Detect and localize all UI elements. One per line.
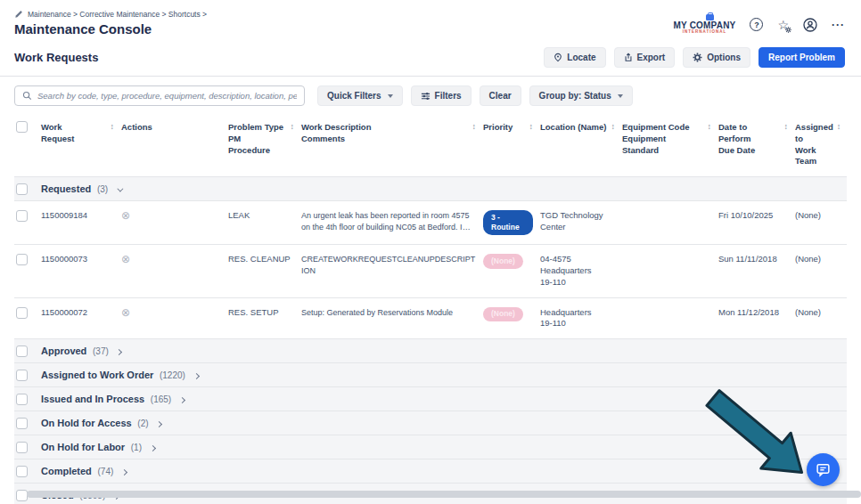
maintenance-console-page: Maintenance > Corrective Maintenance > S… — [0, 0, 861, 504]
group-label: On Hold for Access — [41, 418, 132, 428]
search-box — [14, 85, 305, 106]
group-label: Assigned to Work Order — [41, 370, 153, 380]
location-cell: Headquarters 19-110 — [540, 307, 615, 330]
cancel-circle-icon[interactable]: ⊗ — [121, 209, 130, 222]
location-cell: 04-4575 Headquarters 19-110 — [540, 254, 615, 288]
group-checkbox[interactable] — [16, 183, 28, 195]
group-checkbox[interactable] — [16, 466, 28, 477]
col-actions: Actions — [121, 122, 152, 134]
chevron-right-icon[interactable] — [116, 349, 122, 355]
horizontal-scrollbar[interactable] — [27, 491, 861, 498]
description-cell: Setup: Generated by Reservations Module — [301, 307, 476, 319]
cancel-circle-icon[interactable]: ⊗ — [121, 253, 130, 265]
group-row-completed[interactable]: Completed (74) — [14, 459, 847, 484]
chevron-right-icon[interactable] — [121, 469, 127, 476]
assigned-cell: (None) — [795, 297, 847, 339]
group-checkbox[interactable] — [16, 490, 28, 501]
company-logo: MY COMPANY INTERNATIONAL — [673, 15, 735, 35]
chevron-right-icon[interactable] — [150, 445, 156, 451]
select-all-checkbox[interactable] — [16, 121, 28, 133]
col-work-request: Work Request — [41, 122, 74, 145]
sliders-icon — [421, 92, 430, 101]
work-request-cell[interactable]: 1150000073 — [41, 245, 121, 297]
description-cell: CREATEWORKREQUESTCLEANUPDESCRIPTION — [301, 254, 476, 276]
row-checkbox[interactable] — [16, 307, 28, 319]
row-checkbox[interactable] — [16, 210, 28, 222]
favorites-icon[interactable]: ☆ — [777, 19, 789, 31]
quick-filters-button[interactable]: Quick Filters — [317, 85, 403, 106]
group-row-on-hold-for-labor[interactable]: On Hold for Labor (1) — [14, 435, 847, 459]
group-row-issued-and-in-process[interactable]: Issued and In Process (165) — [14, 387, 847, 411]
sort-icon[interactable]: ↕ — [111, 122, 115, 131]
group-label: On Hold for Labor — [41, 442, 125, 452]
col-problem-type: Problem Type PM Procedure — [228, 122, 283, 156]
cancel-circle-icon[interactable]: ⊗ — [121, 306, 130, 319]
export-label: Export — [637, 53, 666, 62]
briefcase-icon — [706, 14, 714, 20]
location-cell: TGD Technology Center — [540, 210, 615, 233]
filters-button[interactable]: Filters — [411, 85, 472, 106]
clear-button[interactable]: Clear — [480, 85, 521, 106]
sort-icon[interactable]: ↕ — [529, 122, 534, 131]
chevron-right-icon[interactable] — [179, 397, 185, 403]
group-checkbox[interactable] — [16, 394, 28, 405]
table-header-row: Work Request↕ Actions Problem Type PM Pr… — [14, 114, 847, 177]
group-row-approved[interactable]: Approved (37) — [14, 339, 847, 363]
col-equipment: Equipment Code Equipment Standard — [622, 122, 704, 156]
sort-icon[interactable]: ↕ — [784, 122, 789, 131]
assigned-cell: (None) — [795, 201, 847, 245]
equipment-cell — [622, 201, 718, 245]
row-checkbox[interactable] — [16, 254, 28, 265]
group-count: (165) — [151, 394, 171, 404]
group-by-label: Group by: Status — [539, 91, 611, 101]
options-button[interactable]: Options — [683, 47, 750, 68]
group-checkbox[interactable] — [16, 418, 28, 429]
col-priority: Priority — [483, 122, 512, 134]
group-row-requested[interactable]: Requested (3) — [14, 177, 847, 201]
sort-icon[interactable]: ↕ — [837, 122, 841, 131]
work-request-cell[interactable]: 1150000072 — [41, 297, 121, 339]
problem-type-cell: RES. SETUP — [228, 297, 301, 339]
group-row-on-hold-for-access[interactable]: On Hold for Access (2) — [14, 411, 847, 435]
group-count: (37) — [93, 346, 109, 356]
group-checkbox[interactable] — [16, 442, 28, 453]
group-checkbox[interactable] — [16, 370, 28, 381]
search-input[interactable] — [37, 91, 297, 101]
date-cell: Sun 11/11/2018 — [718, 245, 795, 297]
section-actions: Locate Export Options — [544, 47, 845, 68]
table-row[interactable]: 1150000072 ⊗ RES. SETUP Setup: Generated… — [14, 297, 847, 339]
more-menu-icon[interactable]: ··· — [832, 19, 845, 31]
chevron-right-icon[interactable] — [193, 373, 199, 379]
quick-filters-label: Quick Filters — [327, 91, 381, 101]
table-row[interactable]: 1150000073 ⊗ RES. CLEANUP CREATEWORKREQU… — [14, 245, 847, 297]
group-row-assigned-to-work-order[interactable]: Assigned to Work Order (1220) — [14, 363, 847, 387]
priority-badge: 3 - Routine — [483, 210, 533, 235]
group-count: (2) — [137, 419, 148, 428]
chevron-right-icon[interactable] — [156, 421, 162, 427]
section-title: Work Requests — [14, 51, 98, 64]
chevron-down-icon[interactable] — [117, 185, 123, 191]
locate-button[interactable]: Locate — [544, 47, 605, 68]
sort-icon[interactable]: ↕ — [708, 122, 712, 131]
gear-icon — [785, 27, 791, 33]
work-request-cell[interactable]: 1150009184 — [41, 201, 121, 245]
sort-icon[interactable]: ↕ — [291, 122, 295, 131]
group-by-button[interactable]: Group by: Status — [529, 85, 633, 106]
breadcrumb[interactable]: Maintenance > Corrective Maintenance > S… — [14, 10, 207, 19]
breadcrumb-path[interactable]: Maintenance > Corrective Maintenance > S… — [28, 10, 207, 19]
col-assigned: Assigned to Work Team — [795, 122, 833, 167]
top-bar-left: Maintenance > Corrective Maintenance > S… — [14, 10, 207, 37]
account-icon[interactable] — [803, 18, 817, 32]
col-work-description: Work Description Comments — [301, 122, 371, 145]
report-problem-button[interactable]: Report Problem — [758, 47, 845, 68]
chat-fab-button[interactable] — [807, 453, 840, 486]
group-count: (1) — [131, 443, 142, 452]
export-button[interactable]: Export — [614, 47, 676, 68]
group-checkbox[interactable] — [16, 345, 28, 357]
table-row[interactable]: 1150009184 ⊗ LEAK An urgent leak has bee… — [14, 201, 847, 245]
sort-icon[interactable]: ↕ — [611, 122, 616, 131]
sort-icon[interactable]: ↕ — [472, 122, 477, 131]
group-label: Issued and In Process — [41, 394, 144, 404]
assigned-cell: (None) — [795, 245, 847, 297]
help-icon[interactable]: ? — [750, 18, 763, 31]
